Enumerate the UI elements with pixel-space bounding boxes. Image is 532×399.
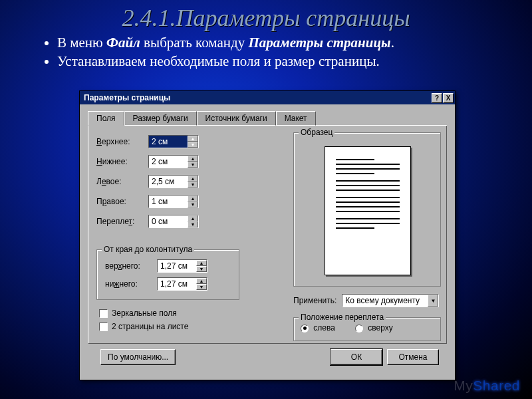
value-hdr-top: 1,27 см <box>158 261 196 271</box>
cancel-button[interactable]: Отмена <box>387 349 439 365</box>
label-bottom: Нижнее: <box>96 157 148 166</box>
watermark-shared: Shared <box>473 378 520 393</box>
spin-right-down[interactable]: ▼ <box>188 201 198 207</box>
spin-hdr-top: ▲ ▼ <box>196 260 207 272</box>
binding-radios: слева сверху <box>301 323 434 332</box>
input-bottom[interactable]: 2 см ▲ ▼ <box>148 155 199 168</box>
input-right[interactable]: 1 см ▲ ▼ <box>148 195 199 208</box>
chk-two-pages-label: 2 страницы на листе <box>112 322 188 331</box>
value-top: 2 см <box>149 137 188 146</box>
label-right: Правое: <box>96 197 148 206</box>
bullet-1: В меню Файл выбрать команду Параметры ст… <box>57 33 505 52</box>
chk-mirror-row: Зеркальные поля <box>99 307 188 320</box>
input-left[interactable]: 2,5 см ▲ ▼ <box>148 175 199 188</box>
chk-mirror-label: Зеркальные поля <box>112 309 177 318</box>
slide-title: 2.4.1.Параметры страницы <box>0 0 532 32</box>
spin-bottom-up[interactable]: ▲ <box>188 156 198 162</box>
spin-right: ▲ ▼ <box>188 196 198 207</box>
dialog-buttons: По умолчанию... ОК Отмена <box>88 344 447 372</box>
ok-button[interactable]: ОК <box>331 349 382 365</box>
spin-left: ▲ ▼ <box>188 176 198 188</box>
dialog-body: Поля Размер бумаги Источник бумаги Макет… <box>80 104 455 380</box>
spin-top-up[interactable]: ▲ <box>188 136 198 142</box>
bullet-2: Устанавливаем необходимые поля и размер … <box>57 52 505 70</box>
spin-hdr-top-up[interactable]: ▲ <box>196 260 207 266</box>
input-hdr-top[interactable]: 1,27 см ▲ ▼ <box>157 259 207 273</box>
value-hdr-bot: 1,27 см <box>158 279 196 289</box>
group-header-footer: От края до колонтитула верхнего: 1,27 см… <box>96 249 239 300</box>
spin-bottom-down[interactable]: ▼ <box>188 162 198 168</box>
input-gutter[interactable]: 0 см ▲ ▼ <box>148 215 199 228</box>
radio-top[interactable] <box>355 325 363 332</box>
chevron-down-icon[interactable]: ▼ <box>428 295 438 307</box>
spin-top: ▲ ▼ <box>188 136 198 148</box>
spin-bottom: ▲ ▼ <box>188 156 198 168</box>
tab-paper-size[interactable]: Размер бумаги <box>124 111 197 126</box>
bullet1-pre: В меню <box>57 35 106 51</box>
tab-fields[interactable]: Поля <box>88 111 124 126</box>
label-hdr-top: верхнего: <box>105 261 157 271</box>
chk-two-pages-row: 2 страницы на листе <box>99 320 188 333</box>
value-right: 1 см <box>149 197 188 206</box>
group-header-title: От края до колонтитула <box>102 245 194 254</box>
tab-paper-source[interactable]: Источник бумаги <box>197 111 276 126</box>
titlebar[interactable]: Параметры страницы ? X <box>80 91 455 104</box>
tab-panel-fields: Верхнее: 2 см ▲ ▼ Нижнее: 2 см ▲ ▼ <box>88 126 447 344</box>
label-hdr-bot: нижнего: <box>105 279 157 289</box>
spin-hdr-bot-up[interactable]: ▲ <box>196 278 207 284</box>
radio-top-row: сверху <box>355 323 393 332</box>
watermark-my: My <box>454 378 473 393</box>
tabs: Поля Размер бумаги Источник бумаги Макет <box>88 111 447 126</box>
chk-mirror[interactable] <box>99 309 108 318</box>
dialog-title: Параметры страницы <box>84 93 431 102</box>
bullet1-bold2: Параметры страницы <box>248 35 390 51</box>
spin-top-down[interactable]: ▼ <box>188 142 198 148</box>
radio-left[interactable] <box>301 325 309 332</box>
spin-left-down[interactable]: ▼ <box>188 182 198 188</box>
page-setup-dialog: Параметры страницы ? X Поля Размер бумаг… <box>79 90 456 380</box>
page-preview <box>325 146 411 275</box>
group-binding-title: Положение переплета <box>299 313 386 322</box>
radio-left-row: слева <box>301 323 335 332</box>
value-gutter: 0 см <box>149 217 188 226</box>
apply-value: Ко всему документу <box>342 296 428 305</box>
checkboxes: Зеркальные поля 2 страницы на листе <box>99 307 188 333</box>
radio-left-label: слева <box>313 323 335 332</box>
close-button[interactable]: X <box>443 93 454 103</box>
spin-gutter-up[interactable]: ▲ <box>188 215 198 221</box>
spin-right-up[interactable]: ▲ <box>188 196 198 201</box>
tab-layout[interactable]: Макет <box>276 111 316 126</box>
group-binding: Положение переплета слева сверху <box>293 317 441 341</box>
row-hdr-top: верхнего: 1,27 см ▲ ▼ <box>105 258 233 274</box>
spin-gutter: ▲ ▼ <box>188 215 198 227</box>
apply-row: Применить: Ко всему документу ▼ <box>293 294 439 307</box>
radio-top-label: сверху <box>368 323 392 332</box>
spin-hdr-bot-down[interactable]: ▼ <box>196 284 207 290</box>
apply-label: Применить: <box>293 296 336 305</box>
label-top: Верхнее: <box>96 137 148 146</box>
spin-hdr-top-down[interactable]: ▼ <box>196 266 207 272</box>
input-top[interactable]: 2 см ▲ ▼ <box>148 135 199 148</box>
spin-hdr-bot: ▲ ▼ <box>196 278 207 290</box>
row-hdr-bot: нижнего: 1,27 см ▲ ▼ <box>105 276 233 292</box>
value-bottom: 2 см <box>149 157 188 166</box>
bullet1-bold1: Файл <box>106 35 140 51</box>
defaults-button[interactable]: По умолчанию... <box>100 349 176 365</box>
spin-left-up[interactable]: ▲ <box>188 176 198 182</box>
group-sample: Образец <box>293 132 441 287</box>
apply-combo[interactable]: Ко всему документу ▼ <box>342 294 439 307</box>
bullet1-post: . <box>391 35 394 51</box>
value-left: 2,5 см <box>149 177 188 186</box>
help-button[interactable]: ? <box>432 93 442 103</box>
group-sample-title: Образец <box>299 128 334 137</box>
spin-gutter-down[interactable]: ▼ <box>188 221 198 227</box>
slide-bullets: В меню Файл выбрать команду Параметры ст… <box>31 33 505 71</box>
label-left: Левое: <box>96 177 148 186</box>
bullet1-mid: выбрать команду <box>140 35 249 51</box>
chk-two-pages[interactable] <box>99 323 108 331</box>
input-hdr-bot[interactable]: 1,27 см ▲ ▼ <box>157 277 207 291</box>
watermark: MyShared <box>454 378 520 394</box>
label-gutter: Переплет: <box>96 217 148 226</box>
